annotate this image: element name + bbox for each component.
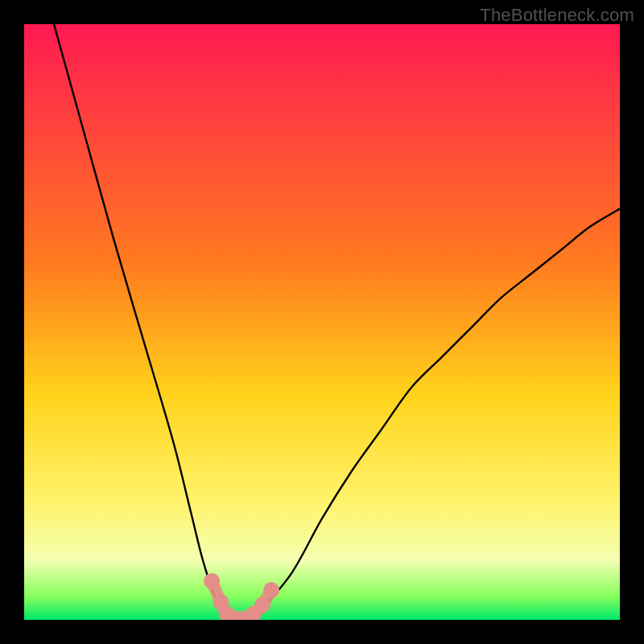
watermark-text: TheBottleneck.com: [480, 5, 634, 26]
bottleneck-chart: [24, 24, 620, 620]
marker-dot: [254, 597, 270, 613]
marker-dot: [204, 573, 220, 589]
plot-area: [24, 24, 620, 620]
marker-dot: [263, 582, 279, 598]
chart-frame: TheBottleneck.com: [0, 0, 644, 644]
gradient-background: [24, 24, 620, 620]
